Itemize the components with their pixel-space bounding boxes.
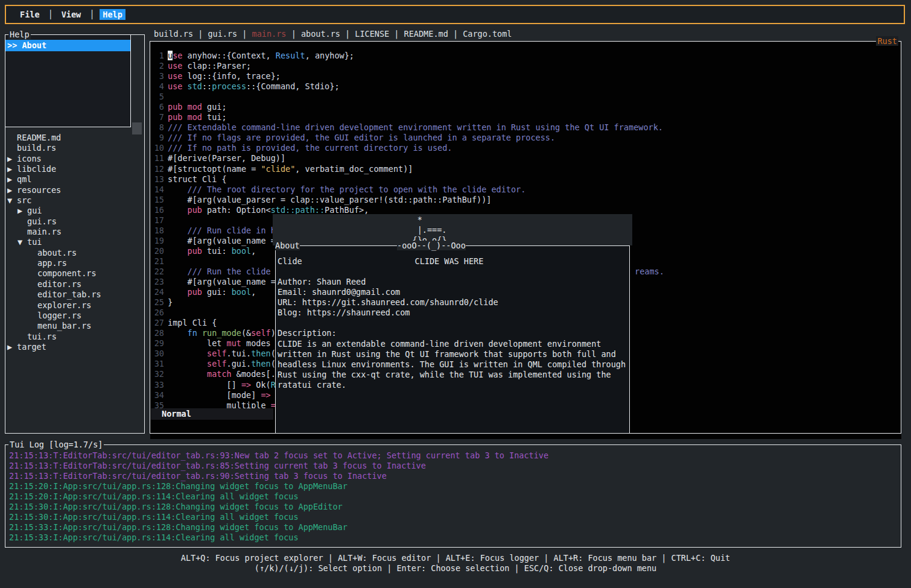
log-entry: 21:15:30:I:App:src/tui/app.rs:128:Changi… [9,502,898,512]
tree-item-label: menu_bar.rs [37,321,91,330]
code-text: [mode] => [168,390,271,400]
keybinding-hints-line1: ALT+Q: Focus project explorer | ALT+W: F… [0,553,911,563]
editor-tab-build-rs[interactable]: build.rs [154,29,193,40]
code-line[interactable]: 4use std::process::{Command, Stdio}; [151,81,900,92]
tab-separator: | [389,29,404,40]
code-token: /// Run clide in h [188,226,276,235]
editor-tab-cargo-toml[interactable]: Cargo.toml [463,29,512,40]
code-token: #[arg(value_name = [168,277,276,286]
code-line[interactable]: 3use log::{info, trace}; [151,71,900,81]
tree-item-about-rs[interactable]: about.rs [5,248,143,258]
code-token: #[arg(value_name = [168,236,276,245]
code-token: } [168,297,173,307]
code-line[interactable]: 11#[derive(Parser, Debug)] [151,153,900,163]
line-number: 26 [151,308,164,318]
code-token: use [168,71,188,81]
tree-item-readme-md[interactable]: README.md [5,133,143,143]
line-number: 7 [151,112,164,122]
code-token: bool [232,246,252,256]
line-number: 25 [151,297,164,308]
editor-tab-readme-md[interactable]: README.md [404,29,448,40]
line-number: 1 [151,51,164,61]
code-line[interactable]: 1use anyhow::{Context, Result, anyhow}; [151,51,900,61]
code-line[interactable]: 9/// If no flags are provided, the GUI e… [151,133,900,143]
code-token: pub [188,287,208,297]
code-token: Ok( [256,380,270,390]
line-number: 29 [151,338,164,349]
menu-item-file[interactable]: File [17,9,43,20]
code-text: fn run_mode(&self) [168,328,276,338]
menu-item-help[interactable]: Help [100,9,125,20]
code-line[interactable]: 2use clap::Parser; [151,61,900,71]
folder-arrow-icon: ▶ [7,342,17,352]
code-token: then [251,349,271,358]
line-number: 23 [151,277,164,287]
code-line[interactable]: 15 #[arg(value_parser = clap::value_pars… [151,195,900,205]
explorer-scrollbar-thumb[interactable] [132,122,142,134]
log-entry: 21:15:13:T:EditorTab:src/tui/editor_tab.… [9,450,898,461]
folder-arrow-icon: ▶ [7,164,17,174]
tree-item-tui-rs[interactable]: tui.rs [5,332,143,342]
editor-tab-gui-rs[interactable]: gui.rs [208,29,237,40]
tree-item-main-rs[interactable]: main.rs [5,227,143,237]
code-token: /// The root directory for the project t… [188,185,526,194]
editor-tab-main-rs[interactable]: main.rs [252,29,287,40]
tree-item-label: component.rs [37,268,97,278]
tree-item-label: icons [17,154,42,163]
tree-item-resources[interactable]: ▶resources [5,185,143,195]
code-text: #[derive(Parser, Debug)] [168,153,285,163]
code-token: [] [168,380,241,390]
code-text: #[arg(value_name = [168,277,276,287]
tree-item-libclide[interactable]: ▶libclide [5,164,143,174]
tab-separator: | [287,29,301,40]
tree-item-component-rs[interactable]: component.rs [5,268,143,279]
tree-item-tui[interactable]: ▼tui [5,237,143,247]
language-badge: Rust [876,36,898,46]
editor-tab-about-rs[interactable]: about.rs [301,29,340,40]
line-number: 24 [151,287,164,297]
tree-item-menu-bar-rs[interactable]: menu_bar.rs [5,321,143,331]
code-text: /// Extendable command-line driven devel… [168,122,663,133]
about-popup-content: Clide CLIDE WAS HERE Author: Shaun Reed … [278,256,626,390]
menu-item-view[interactable]: View [59,9,84,20]
editor-tab-license[interactable]: LICENSE [355,29,389,40]
tree-item-editor-rs[interactable]: editor.rs [5,279,143,289]
line-number: 8 [151,122,164,133]
tree-item-app-rs[interactable]: app.rs [5,258,143,268]
code-token: tui: [207,246,232,256]
code-token: self [251,328,271,338]
file-tree: README.mdbuild.rs▶icons▶libclide▶qml▶res… [5,133,143,352]
tree-item-target[interactable]: ▶target [5,342,143,352]
tree-item-gui-rs[interactable]: gui.rs [5,217,143,227]
tree-item-label: about.rs [37,248,77,258]
code-token: (& [241,328,251,338]
code-line[interactable]: 14 /// The root directory for the projec… [151,185,900,195]
tree-item-editor-tab-rs[interactable]: editor_tab.rs [5,289,143,300]
code-line[interactable]: 5 [151,92,900,102]
code-line[interactable]: 13struct Cli { [151,174,900,185]
tree-item-src[interactable]: ▼src [5,195,143,206]
log-entry: 21:15:13:T:EditorTab:src/tui/editor_tab.… [9,471,898,481]
tree-item-qml[interactable]: ▶qml [5,174,143,185]
tree-item-icons[interactable]: ▶icons [5,154,143,164]
code-line[interactable]: 10/// If no path is provided, the curren… [151,143,900,153]
code-token: #[structopt(name = [168,164,261,174]
code-token: mut [227,338,247,348]
code-token: run_mode [202,328,241,338]
code-token: => [261,390,270,400]
code-line[interactable]: 12#[structopt(name = "clide", verbatim_d… [151,164,900,174]
line-number: 28 [151,328,164,338]
tree-item-logger-rs[interactable]: logger.rs [5,311,143,321]
code-line[interactable]: 6pub mod gui; [151,102,900,112]
code-token: impl Cli { [168,318,217,327]
folder-arrow-icon: ▶ [7,185,17,195]
code-text: pub mod gui; [168,102,227,112]
code-line[interactable]: 8/// Extendable command-line driven deve… [151,122,900,133]
code-line[interactable]: 7pub mod tui; [151,112,900,122]
tree-item-build-rs[interactable]: build.rs [5,143,143,153]
line-number: 22 [151,267,164,277]
tree-item-gui[interactable]: ▶gui [5,206,143,216]
tree-item-explorer-rs[interactable]: explorer.rs [5,300,143,311]
tree-item-label: build.rs [17,143,56,153]
help-menu-item-about[interactable]: >> About [5,40,130,51]
